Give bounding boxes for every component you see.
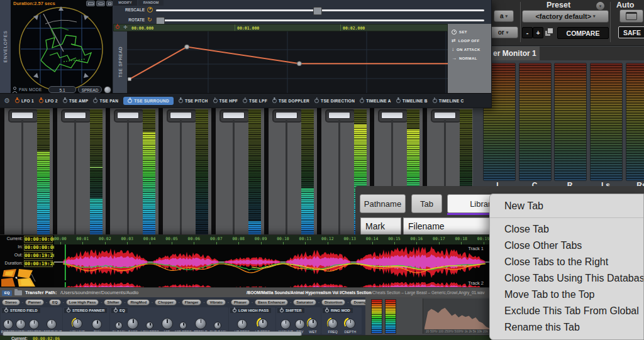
preset-prev-button[interactable]: - — [522, 27, 533, 38]
tab-modify[interactable]: MODIFY — [113, 0, 137, 6]
tse-tab-timeline-a[interactable]: TIMELINE A — [360, 99, 391, 103]
power-icon[interactable] — [233, 309, 236, 312]
chain-pill-eq[interactable]: EQ — [49, 299, 61, 305]
librarian-button[interactable]: or▾ — [488, 26, 518, 38]
tse-tab-tse-amp[interactable]: TSE AMP — [63, 99, 89, 103]
knob-center[interactable] — [29, 319, 39, 329]
menu-item-close-tabs-using-this-database[interactable]: Close Tabs Using This Database — [490, 270, 643, 287]
knob-hp-freq[interactable] — [237, 319, 247, 329]
knob-low-freq[interactable] — [146, 322, 153, 329]
timeline-header[interactable]: ✛ 00:00.00000:01.00000:02.000 — [113, 24, 448, 31]
power-icon[interactable] — [243, 99, 247, 103]
menu-item-move-tab-to-the-top[interactable]: Move Tab to the Top — [490, 287, 643, 303]
tse-tab-timeline-b[interactable]: TIMELINE B — [396, 99, 428, 103]
knob-width[interactable] — [16, 319, 26, 329]
knob-in-gain[interactable] — [115, 322, 123, 329]
side-button-normal[interactable]: →NORMAL — [452, 55, 477, 62]
chain-pill-bass-enhancer[interactable]: Bass Enhancer — [255, 299, 288, 305]
fader-handle[interactable] — [223, 112, 245, 119]
fader-handle[interactable] — [381, 112, 403, 119]
fader-track[interactable] — [21, 120, 23, 236]
preset-selector[interactable]: <factory default>▾ — [522, 10, 609, 23]
knob-left-right[interactable] — [47, 319, 57, 329]
side-button-set[interactable]: SET — [452, 28, 467, 36]
chain-pill-flanger[interactable]: Flanger — [182, 299, 202, 305]
knob-freq[interactable] — [328, 319, 338, 329]
chain-pill-low-high-pass[interactable]: Low High Pass — [66, 299, 99, 305]
fader-handle[interactable] — [275, 112, 297, 119]
chain-pill-distortion[interactable]: Distortion — [321, 299, 345, 305]
knob-mid-freq[interactable] — [179, 322, 187, 329]
tab-random[interactable]: RANDOM — [138, 0, 164, 6]
power-icon[interactable] — [213, 99, 218, 103]
power-icon[interactable] — [93, 99, 97, 103]
eq-badge-icon[interactable]: EQ — [2, 290, 12, 296]
tse-tab-tse-pan[interactable]: TSE PAN — [93, 99, 118, 103]
knob-bass[interactable] — [127, 318, 138, 329]
power-icon[interactable] — [116, 25, 119, 29]
tse-tab-tse-direction[interactable]: TSE DIRECTION — [314, 99, 355, 103]
menu-item-close-tab[interactable]: Close Tab — [490, 221, 643, 238]
tse-tab-tse-doppler[interactable]: TSE DOPPLER — [272, 99, 309, 103]
fader-track[interactable] — [286, 120, 287, 236]
menu-item-new-tab[interactable]: New Tab — [490, 198, 643, 214]
pan-circle-display[interactable]: Duration:2.57 secs PAN MODE 5.1 SPREAD — [11, 0, 113, 93]
power-icon[interactable] — [114, 309, 118, 312]
power-icon[interactable] — [280, 309, 284, 312]
fader-handle[interactable] — [11, 112, 33, 119]
tse-tab-lfo-2[interactable]: LFO 2 — [39, 99, 58, 103]
chain-pill-stereo[interactable]: Stereo — [2, 299, 20, 305]
power-icon[interactable] — [128, 99, 132, 103]
chain-pill-panner[interactable]: Panner — [25, 299, 44, 305]
knob-pan[interactable] — [92, 319, 102, 329]
safe-button[interactable]: SAFE — [618, 26, 644, 38]
chain-pill-ringmod[interactable]: RingMod — [127, 299, 150, 305]
fader-handle[interactable] — [117, 112, 139, 119]
power-icon[interactable] — [15, 99, 19, 103]
knob-lp-freq[interactable] — [258, 319, 268, 329]
preset-menu-button[interactable]: ▾ — [596, 2, 604, 10]
gear-icon[interactable]: ⚙ — [4, 97, 10, 104]
chain-pill-downgrade[interactable]: Downgrade — [350, 299, 365, 305]
tse-tab-tse-pitch[interactable]: TSE PITCH — [179, 99, 208, 103]
rotate-slider[interactable] — [156, 19, 484, 21]
channel-mode-selector[interactable]: 5.1 — [48, 86, 76, 93]
rescale-slider-handle[interactable] — [313, 7, 322, 15]
fader-handle[interactable] — [328, 112, 350, 119]
chain-pill-vibrato[interactable]: Vibrato — [206, 299, 226, 305]
menu-item-exclude-this-tab-from-global[interactable]: Exclude This Tab From Global — [490, 303, 643, 319]
link-view-button[interactable] — [96, 1, 105, 6]
spread-envelope-graph[interactable] — [127, 31, 448, 93]
tse-tab-tse-surround[interactable]: TSE SURROUND — [123, 97, 174, 105]
tse-tab-tse-lpf[interactable]: TSE LPF — [243, 99, 267, 103]
tab-pathname[interactable]: Pathname — [360, 194, 406, 213]
side-button-on-attack[interactable]: ↓ON ATTACK — [452, 46, 480, 53]
power-icon[interactable] — [39, 99, 43, 103]
power-icon[interactable] — [4, 309, 8, 312]
track-select-button[interactable]: a▾ — [494, 10, 514, 22]
spread-button[interactable]: SPREAD — [78, 86, 102, 93]
menu-item-close-tabs-to-the-right[interactable]: Close Tabs to the Right — [490, 254, 643, 270]
fader-handle[interactable] — [434, 112, 456, 119]
tab-tab[interactable]: Tab — [411, 194, 442, 213]
chain-pill-chopper[interactable]: Chopper — [155, 299, 177, 305]
chain-pill-shifter[interactable]: Shifter — [104, 299, 122, 305]
waveform-track-2[interactable]: Track 2 — [54, 280, 491, 287]
fader-handle[interactable] — [170, 112, 192, 119]
column-header-mark[interactable]: Mark — [360, 217, 401, 235]
grid-view-button[interactable] — [86, 1, 95, 6]
timeline-ruler[interactable]: 00:0000:0100:0200:0300:0400:0500:0600:07… — [54, 235, 491, 245]
power-icon[interactable] — [272, 99, 277, 103]
power-icon[interactable] — [360, 99, 364, 103]
fader-track[interactable] — [180, 120, 182, 236]
knob-depth[interactable] — [345, 319, 355, 329]
preset-next-button[interactable]: + — [533, 27, 543, 38]
power-icon[interactable] — [314, 99, 319, 103]
knob-out-gain[interactable] — [214, 322, 221, 329]
chain-pill-phaser[interactable]: Phaser — [231, 299, 250, 305]
power-icon[interactable] — [325, 309, 329, 312]
knob-rotate[interactable] — [3, 319, 13, 329]
knob-treble[interactable] — [195, 318, 206, 329]
knob-dry[interactable] — [295, 319, 305, 329]
menu-item-rename-this-tab[interactable]: Rename this Tab — [490, 319, 643, 336]
